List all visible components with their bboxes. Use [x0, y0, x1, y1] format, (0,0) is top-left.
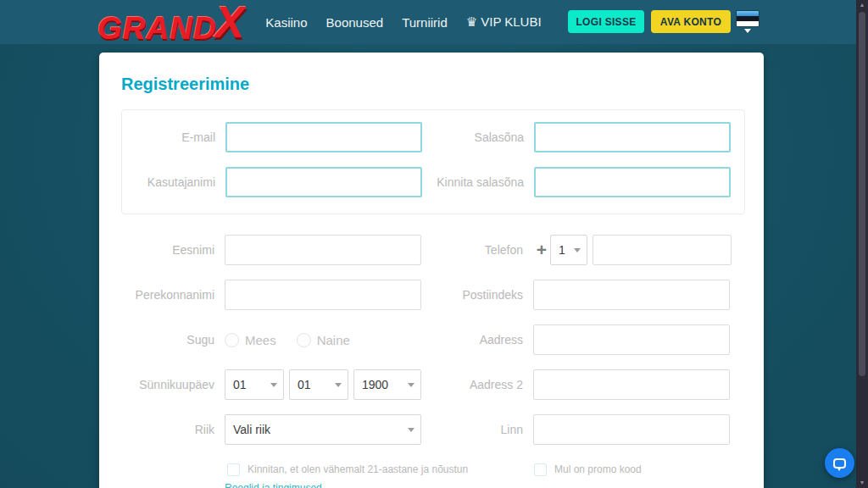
confirm-password-label: Kinnita salasõna: [422, 175, 534, 189]
login-button[interactable]: LOGI SISSE: [568, 10, 644, 33]
logo-text-grand: GRAND: [97, 13, 217, 44]
terms-and-conditions-link[interactable]: Reeglid ja tingimused: [225, 482, 322, 488]
scrollbar[interactable]: ▲ ▼: [856, 0, 868, 488]
email-label: E-mail: [122, 130, 225, 144]
phone-label: Telefon: [421, 243, 533, 257]
registration-card: Registreerimine E-mail Salasõna Kasutaja…: [99, 53, 764, 488]
estonian-flag-icon: [737, 11, 759, 26]
address-label: Aadress: [421, 333, 533, 347]
gender-male-radio[interactable]: [225, 333, 239, 347]
username-field[interactable]: [225, 167, 422, 197]
gender-label: Sugu: [121, 333, 225, 347]
gender-female-label: Naine: [317, 333, 350, 347]
open-account-button[interactable]: AVA KONTO: [651, 10, 731, 33]
firstname-field[interactable]: [225, 235, 421, 265]
lastname-label: Perekonnanimi: [121, 288, 225, 302]
firstname-label: Eesnimi: [121, 243, 225, 257]
chevron-down-icon: [574, 248, 581, 252]
city-field[interactable]: [533, 414, 730, 445]
chevron-down-icon: [335, 383, 342, 387]
gender-male-label: Mees: [245, 333, 276, 347]
phone-plus-sign: +: [533, 240, 550, 260]
birthdate-label: Sünnikuupäev: [121, 378, 225, 391]
chevron-down-icon: [270, 383, 277, 387]
lastname-field[interactable]: [225, 280, 421, 310]
address2-label: Aadress 2: [421, 378, 533, 391]
page-title: Registreerimine: [121, 75, 745, 94]
birth-year-value: 1900: [362, 378, 388, 391]
address-field[interactable]: [533, 324, 730, 355]
account-credentials-section: E-mail Salasõna Kasutajanimi Kinnita sal…: [121, 109, 745, 214]
birth-year-select[interactable]: 1900: [353, 369, 421, 400]
password-field[interactable]: [534, 122, 731, 152]
birth-day-value: 01: [233, 378, 247, 391]
consents-section: Kinnitan, et olen vähemalt 21-aastane ja…: [121, 463, 745, 488]
nav-item-kasiino[interactable]: Kasiino: [256, 15, 316, 30]
birth-month-select[interactable]: 01: [289, 369, 348, 400]
promo-code-label: Mul on promo kood: [554, 463, 642, 476]
birth-month-value: 01: [298, 378, 311, 391]
gender-female-radio[interactable]: [297, 333, 311, 347]
postcode-label: Postiindeks: [421, 288, 533, 302]
scrollbar-thumb[interactable]: [859, 12, 865, 376]
phone-code-value: 1: [559, 243, 565, 257]
header-buttons: LOGI SISSE AVA KONTO: [568, 10, 731, 33]
live-chat-button[interactable]: [825, 448, 854, 478]
chevron-down-icon: [744, 29, 751, 33]
scroll-up-arrow[interactable]: ▲: [856, 1, 868, 9]
chevron-down-icon: [408, 383, 415, 387]
nav-item-turniirid[interactable]: Turniirid: [392, 15, 457, 30]
crown-icon: ♛: [466, 14, 477, 29]
nav-item-boonused[interactable]: Boonused: [317, 15, 393, 30]
birth-day-select[interactable]: 01: [225, 369, 284, 400]
gender-radio-group: Mees Naine: [225, 333, 421, 347]
chevron-down-icon: [408, 428, 415, 432]
phone-code-select[interactable]: 1: [550, 235, 587, 265]
password-label: Salasõna: [422, 130, 534, 144]
address2-field[interactable]: [533, 369, 730, 400]
email-field[interactable]: [225, 122, 422, 152]
confirm-password-field[interactable]: [534, 167, 731, 197]
phone-number-field[interactable]: [593, 235, 732, 265]
country-select[interactable]: Vali riik: [225, 414, 421, 445]
country-value: Vali riik: [233, 423, 270, 436]
nav-item-vip-label: VIP KLUBI: [481, 14, 541, 29]
logo-text-x: X: [215, 0, 245, 44]
scroll-down-arrow[interactable]: ▼: [856, 479, 868, 487]
chat-bubble-icon: [833, 458, 846, 469]
username-label: Kasutajanimi: [122, 175, 225, 189]
promo-code-checkbox[interactable]: [534, 463, 547, 476]
postcode-field[interactable]: [533, 280, 730, 310]
main-nav: Kasiino Boonused Turniirid ♛VIP KLUBI: [256, 14, 550, 30]
age-confirm-label: Kinnitan, et olen vähemalt 21-aastane ja…: [248, 463, 468, 476]
age-confirm-checkbox[interactable]: [227, 463, 240, 476]
top-navbar: GRANDX Kasiino Boonused Turniirid ♛VIP K…: [0, 0, 856, 44]
city-label: Linn: [421, 423, 533, 436]
nav-item-vip-klubi[interactable]: ♛VIP KLUBI: [457, 14, 551, 30]
language-selector[interactable]: [737, 11, 759, 33]
grandx-logo[interactable]: GRANDX: [97, 0, 244, 44]
country-label: Riik: [121, 423, 225, 436]
